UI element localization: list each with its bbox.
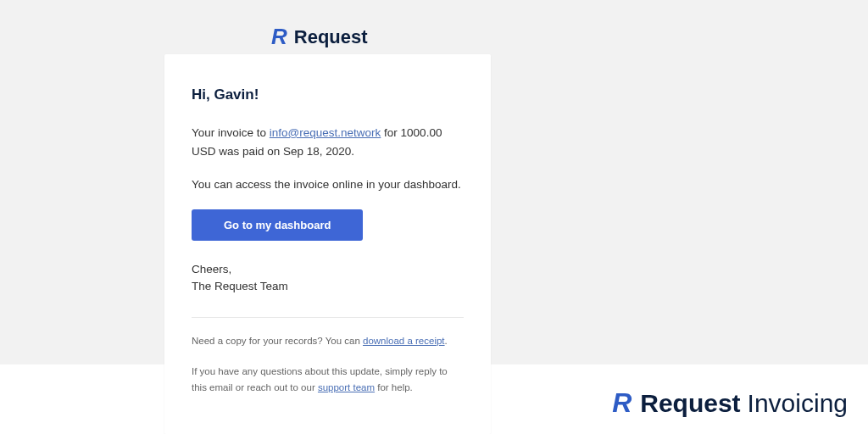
header-brand-text: Request	[294, 26, 368, 48]
recipient-email-link[interactable]: info@request.network	[270, 126, 381, 139]
download-receipt-text: Need a copy for your records? You can do…	[192, 333, 464, 350]
receipt-suffix: .	[445, 336, 448, 346]
email-card: Hi, Gavin! Your invoice to info@request.…	[164, 54, 491, 434]
signoff-cheers: Cheers,	[192, 263, 231, 275]
support-suffix: for help.	[375, 382, 413, 392]
watermark-brand: Request	[640, 389, 740, 418]
greeting: Hi, Gavin!	[192, 86, 464, 103]
invoice-paid-text: Your invoice to info@request.network for…	[192, 124, 464, 160]
support-text: If you have any questions about this upd…	[192, 364, 464, 397]
signoff: Cheers, The Request Team	[192, 261, 464, 296]
request-icon: R	[612, 387, 632, 419]
download-receipt-link[interactable]: download a receipt	[363, 336, 445, 346]
support-team-link[interactable]: support team	[318, 382, 375, 392]
request-icon: R	[271, 24, 287, 50]
header-logo: R Request	[271, 24, 368, 50]
signoff-team: The Request Team	[192, 280, 288, 292]
watermark-logo: R Request Invoicing	[612, 387, 848, 419]
go-to-dashboard-button[interactable]: Go to my dashboard	[192, 209, 363, 241]
invoice-prefix: Your invoice to	[192, 126, 270, 139]
divider	[192, 317, 464, 318]
watermark-product: Invoicing	[748, 389, 848, 418]
receipt-prefix: Need a copy for your records? You can	[192, 336, 363, 346]
access-info-text: You can access the invoice online in you…	[192, 175, 464, 194]
